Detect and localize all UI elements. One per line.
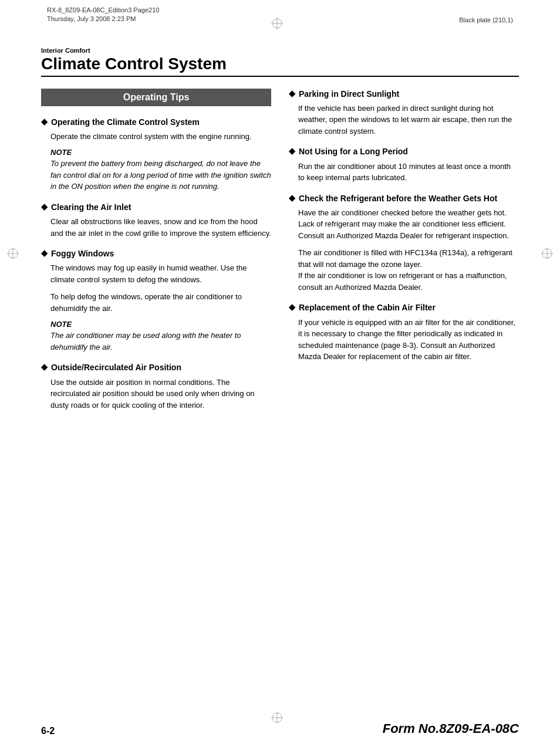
section-operating-climate: ◆ Operating the Climate Control System O… bbox=[41, 117, 271, 192]
section-clearing-air-inlet: ◆ Clearing the Air Inlet Clear all obstr… bbox=[41, 202, 271, 239]
section-heading-refrigerant: ◆ Check the Refrigerant before the Weath… bbox=[289, 193, 519, 204]
right-column: ◆ Parking in Direct Sunlight If the vehi… bbox=[289, 89, 519, 420]
reg-mark-right bbox=[540, 246, 554, 261]
left-column: Operating Tips ◆ Operating the Climate C… bbox=[41, 89, 271, 420]
body-cabin-filter: If your vehicle is equipped with an air … bbox=[298, 317, 519, 363]
body-outside: Use the outside air position in normal c… bbox=[50, 377, 271, 411]
print-header-line2: Thursday, July 3 2008 2:23 PM bbox=[47, 15, 159, 23]
heading-text-cabin-filter: Replacement of the Cabin Air Filter bbox=[299, 302, 436, 313]
section-heading-parking: ◆ Parking in Direct Sunlight bbox=[289, 89, 519, 99]
tips-banner: Operating Tips bbox=[41, 89, 271, 106]
reg-mark-left bbox=[6, 246, 20, 261]
section-heading-operating-climate: ◆ Operating the Climate Control System bbox=[41, 117, 271, 127]
heading-text-operating: Operating the Climate Control System bbox=[51, 117, 200, 127]
reg-mark-bottom-center bbox=[270, 711, 284, 725]
body-refrigerant-2: The air conditioner is filled with HFC13… bbox=[298, 247, 519, 293]
body-refrigerant-1: Have the air conditioner checked before … bbox=[298, 207, 519, 242]
section-not-using: ◆ Not Using for a Long Period Run the ai… bbox=[289, 146, 519, 183]
section-check-refrigerant: ◆ Check the Refrigerant before the Weath… bbox=[289, 193, 519, 293]
heading-text-clearing: Clearing the Air Inlet bbox=[51, 202, 131, 212]
section-heading-cabin-filter: ◆ Replacement of the Cabin Air Filter bbox=[289, 302, 519, 313]
diamond-icon-refrigerant: ◆ bbox=[289, 193, 295, 202]
diamond-icon-operating: ◆ bbox=[41, 117, 48, 126]
print-header-right: Black plate (210,1) bbox=[459, 16, 513, 23]
note-text-1: To prevent the battery from being discha… bbox=[50, 158, 271, 192]
section-heading-clearing: ◆ Clearing the Air Inlet bbox=[41, 202, 271, 212]
print-header: RX-8_8Z09-EA-08C_Edition3 Page210 Thursd… bbox=[47, 6, 159, 24]
body-parking: If the vehicle has been parked in direct… bbox=[298, 103, 519, 137]
diamond-icon-cabin-filter: ◆ bbox=[289, 302, 295, 312]
note-text-2: The air conditioner may be used along wi… bbox=[50, 330, 271, 353]
diamond-icon-outside: ◆ bbox=[41, 362, 48, 371]
page-number: 6-2 bbox=[41, 726, 55, 736]
note-label-1: NOTE bbox=[50, 148, 271, 157]
diamond-icon-parking: ◆ bbox=[289, 89, 295, 98]
body-clearing: Clear all obstructions like leaves, snow… bbox=[50, 216, 271, 239]
diamond-icon-clearing: ◆ bbox=[41, 202, 48, 211]
diamond-icon-not-using: ◆ bbox=[289, 146, 295, 155]
print-header-line1: RX-8_8Z09-EA-08C_Edition3 Page210 bbox=[47, 6, 159, 15]
two-column-layout: Operating Tips ◆ Operating the Climate C… bbox=[41, 89, 519, 420]
section-parking-sunlight: ◆ Parking in Direct Sunlight If the vehi… bbox=[289, 89, 519, 137]
section-label: Interior Comfort bbox=[41, 47, 519, 54]
body-operating-climate: Operate the climate control system with … bbox=[50, 131, 271, 143]
body-foggy-2: To help defog the windows, operate the a… bbox=[50, 291, 271, 314]
heading-text-not-using: Not Using for a Long Period bbox=[299, 146, 408, 157]
reg-mark-top-center bbox=[270, 16, 284, 31]
diamond-icon-foggy: ◆ bbox=[41, 248, 48, 258]
heading-text-parking: Parking in Direct Sunlight bbox=[299, 89, 399, 99]
section-heading-foggy: ◆ Foggy Windows bbox=[41, 248, 271, 259]
page: RX-8_8Z09-EA-08C_Edition3 Page210 Thursd… bbox=[0, 0, 560, 754]
title-rule bbox=[41, 76, 519, 77]
heading-text-outside: Outside/Recirculated Air Position bbox=[51, 362, 181, 373]
section-cabin-air-filter: ◆ Replacement of the Cabin Air Filter If… bbox=[289, 302, 519, 362]
body-not-using: Run the air conditioner about 10 minutes… bbox=[298, 161, 519, 184]
section-heading-outside: ◆ Outside/Recirculated Air Position bbox=[41, 362, 271, 373]
note-label-2: NOTE bbox=[50, 320, 271, 329]
heading-text-refrigerant: Check the Refrigerant before the Weather… bbox=[299, 193, 497, 204]
section-foggy-windows: ◆ Foggy Windows The windows may fog up e… bbox=[41, 248, 271, 353]
page-content: Interior Comfort Climate Control System … bbox=[41, 47, 519, 707]
section-outside-recirculated: ◆ Outside/Recirculated Air Position Use … bbox=[41, 362, 271, 411]
heading-text-foggy: Foggy Windows bbox=[51, 248, 114, 259]
section-heading-not-using: ◆ Not Using for a Long Period bbox=[289, 146, 519, 157]
form-number: Form No.8Z09-EA-08C bbox=[383, 721, 519, 736]
page-title: Climate Control System bbox=[41, 55, 519, 73]
body-foggy-1: The windows may fog up easily in humid w… bbox=[50, 262, 271, 285]
